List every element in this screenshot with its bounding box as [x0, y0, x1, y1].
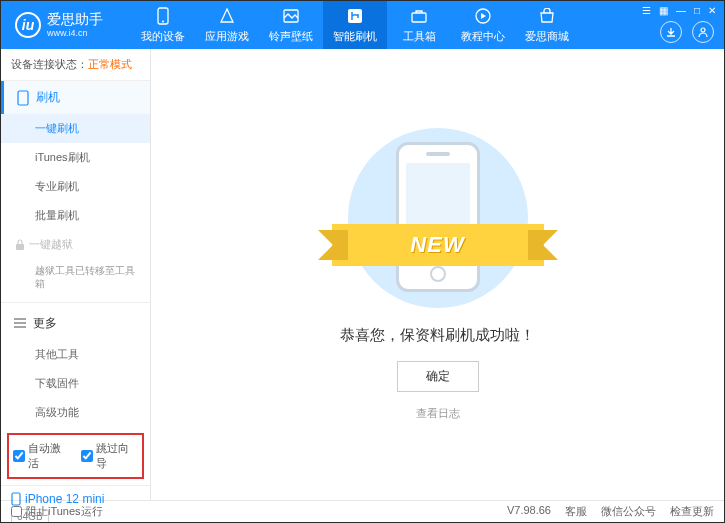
device-icon: [154, 7, 172, 25]
sidebar-item-batch-flash[interactable]: 批量刷机: [1, 201, 150, 230]
store-icon: [538, 7, 556, 25]
category-more[interactable]: 更多: [1, 307, 150, 340]
sidebar-item-other-tools[interactable]: 其他工具: [1, 340, 150, 369]
svg-rect-9: [12, 493, 20, 505]
sidebar-item-pro-flash[interactable]: 专业刷机: [1, 172, 150, 201]
menu-icon[interactable]: ☰: [642, 5, 651, 16]
update-link[interactable]: 检查更新: [670, 504, 714, 519]
svg-rect-8: [16, 244, 24, 250]
checkbox-auto-activate[interactable]: 自动激活: [13, 441, 71, 471]
app-name: 爱思助手: [47, 12, 103, 27]
success-message: 恭喜您，保资料刷机成功啦！: [340, 326, 535, 345]
close-icon[interactable]: ✕: [708, 5, 716, 16]
tab-store[interactable]: 爱思商城: [515, 1, 579, 49]
tab-my-device[interactable]: 我的设备: [131, 1, 195, 49]
tab-label: 爱思商城: [525, 29, 569, 44]
main-content: NEW 恭喜您，保资料刷机成功啦！ 确定 查看日志: [151, 49, 724, 500]
tab-toolbox[interactable]: 工具箱: [387, 1, 451, 49]
tab-label: 工具箱: [403, 29, 436, 44]
sidebar: 设备连接状态：正常模式 刷机 一键刷机 iTunes刷机 专业刷机 批量刷机 一…: [1, 49, 151, 500]
skin-icon[interactable]: ▦: [659, 5, 668, 16]
sidebar-item-itunes-flash[interactable]: iTunes刷机: [1, 143, 150, 172]
logo-icon: iu: [15, 12, 41, 38]
checkbox-label: 阻止iTunes运行: [26, 504, 103, 519]
user-button[interactable]: [692, 21, 714, 43]
conn-mode: 正常模式: [88, 58, 132, 70]
checkbox-label: 自动激活: [28, 441, 71, 471]
tab-label: 智能刷机: [333, 29, 377, 44]
tab-tutorial[interactable]: 教程中心: [451, 1, 515, 49]
wechat-link[interactable]: 微信公众号: [601, 504, 656, 519]
svg-rect-7: [18, 91, 28, 105]
maximize-icon[interactable]: □: [694, 5, 700, 16]
app-url: www.i4.cn: [47, 28, 103, 38]
lock-icon: [15, 239, 25, 251]
tab-ringtone[interactable]: 铃声壁纸: [259, 1, 323, 49]
toolbox-icon: [410, 7, 428, 25]
ok-button[interactable]: 确定: [397, 361, 479, 392]
apps-icon: [218, 7, 236, 25]
options-highlight: 自动激活 跳过向导: [7, 433, 144, 479]
sidebar-item-advanced[interactable]: 高级功能: [1, 398, 150, 427]
ribbon-text: NEW: [410, 232, 464, 258]
wallpaper-icon: [282, 7, 300, 25]
sidebar-item-download-fw[interactable]: 下载固件: [1, 369, 150, 398]
checkbox-label: 跳过向导: [96, 441, 139, 471]
flash-icon: [346, 7, 364, 25]
checkbox-block-itunes[interactable]: 阻止iTunes运行: [11, 504, 103, 519]
category-label: 更多: [33, 315, 57, 332]
svg-point-1: [162, 20, 164, 22]
checkbox-skip-wizard[interactable]: 跳过向导: [81, 441, 139, 471]
svg-rect-3: [348, 9, 362, 23]
version-label: V7.98.66: [507, 504, 551, 519]
conn-label: 设备连接状态：: [11, 58, 88, 70]
support-link[interactable]: 客服: [565, 504, 587, 519]
main-tabs: 我的设备 应用游戏 铃声壁纸 智能刷机 工具箱 教程中心 爱思商城: [131, 1, 579, 49]
download-button[interactable]: [660, 21, 682, 43]
app-header: iu 爱思助手 www.i4.cn 我的设备 应用游戏 铃声壁纸 智能刷机 工具…: [1, 1, 724, 49]
jailbreak-note: 越狱工具已转移至工具箱: [1, 260, 150, 298]
window-controls: ☰ ▦ — □ ✕: [642, 5, 716, 16]
svg-point-6: [701, 28, 705, 32]
tab-label: 教程中心: [461, 29, 505, 44]
sidebar-item-jailbreak: 一键越狱: [1, 230, 150, 260]
tab-label: 铃声壁纸: [269, 29, 313, 44]
more-icon: [13, 316, 27, 330]
tab-smart-flash[interactable]: 智能刷机: [323, 1, 387, 49]
category-label: 刷机: [36, 89, 60, 106]
tab-apps[interactable]: 应用游戏: [195, 1, 259, 49]
category-flash[interactable]: 刷机: [1, 81, 150, 114]
tab-label: 我的设备: [141, 29, 185, 44]
logo-area: iu 爱思助手 www.i4.cn: [1, 12, 131, 38]
view-log-link[interactable]: 查看日志: [416, 406, 460, 421]
sidebar-item-oneclick-flash[interactable]: 一键刷机: [1, 114, 150, 143]
connection-status: 设备连接状态：正常模式: [1, 49, 150, 81]
tab-label: 应用游戏: [205, 29, 249, 44]
svg-rect-4: [412, 13, 426, 22]
minimize-icon[interactable]: —: [676, 5, 686, 16]
tutorial-icon: [474, 7, 492, 25]
phone-icon: [16, 91, 30, 105]
success-illustration: NEW: [348, 128, 528, 308]
